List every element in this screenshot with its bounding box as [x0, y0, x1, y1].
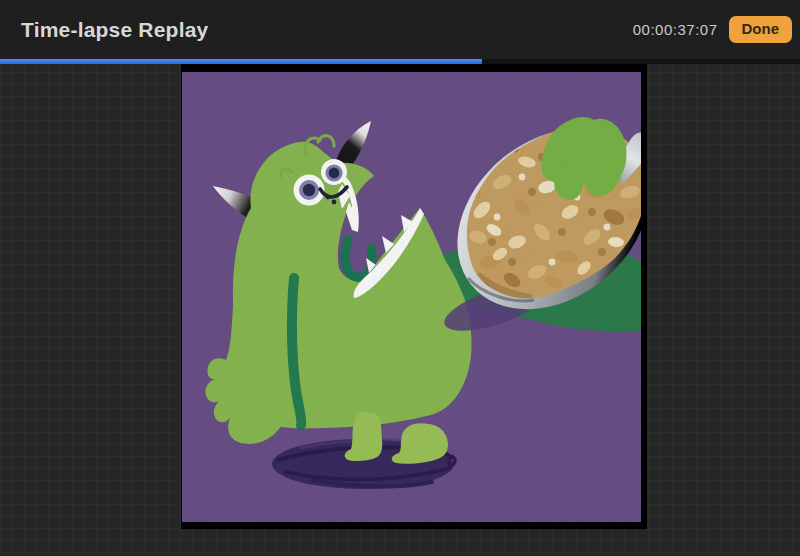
canvas-grain-texture: [182, 72, 641, 522]
timecode-label: 00:00:37:07: [633, 21, 718, 38]
timelapse-replay-screen: Time-lapse Replay 00:00:37:07 Done: [0, 0, 800, 556]
done-button[interactable]: Done: [729, 16, 793, 43]
page-title: Time-lapse Replay: [21, 18, 208, 42]
header-right-cluster: 00:00:37:07 Done: [633, 0, 792, 59]
artwork-illustration: [182, 72, 641, 522]
header-bar: Time-lapse Replay 00:00:37:07 Done: [0, 0, 800, 59]
timelapse-canvas[interactable]: [181, 64, 647, 529]
